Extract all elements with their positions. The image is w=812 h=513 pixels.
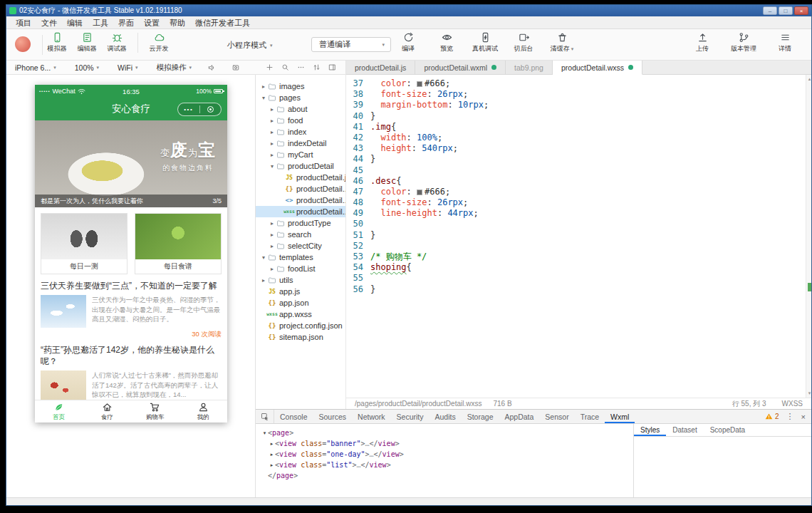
close-icon[interactable]: × <box>801 413 806 421</box>
minimize-button[interactable]: – <box>763 6 777 15</box>
editor-tab[interactable]: tab9.png <box>506 61 553 75</box>
debugger-tab-storage[interactable]: Storage <box>462 410 499 423</box>
wxml-node[interactable]: </page> <box>261 470 628 481</box>
phone-tab-购物车[interactable]: 购物车 <box>131 400 179 423</box>
editor-button[interactable]: 编辑器 <box>73 32 100 53</box>
tree-item[interactable]: JSapp.js <box>256 286 345 297</box>
compile-button[interactable]: 编译 <box>395 32 422 53</box>
debugger-tab-console[interactable]: Console <box>274 410 313 423</box>
more-icon[interactable]: ••• <box>178 106 199 113</box>
remote-debug-button[interactable]: 真机调试 <box>472 32 499 53</box>
tree-item[interactable]: ▸images <box>256 81 345 92</box>
menu-item[interactable]: 微信开发者工具 <box>190 16 255 29</box>
debugger-tab-appdata[interactable]: AppData <box>499 410 539 423</box>
tree-item[interactable]: ▸about <box>256 103 345 115</box>
tree-item[interactable]: ▾pages <box>256 92 345 103</box>
phone-tab-我的[interactable]: 我的 <box>179 400 228 423</box>
expand-arrow-icon[interactable]: ▾ <box>261 428 268 438</box>
version-button[interactable]: 版本管理 <box>730 32 757 53</box>
kebab-menu-icon[interactable]: ⋮ <box>786 412 794 421</box>
miniprogram-capsule[interactable]: ••• <box>177 103 222 116</box>
menu-item[interactable]: 界面 <box>113 16 139 29</box>
side-tab-styles[interactable]: Styles <box>634 424 666 436</box>
chevron-down-icon[interactable]: ▾ <box>269 163 276 170</box>
tree-item[interactable]: wxssproductDetail... <box>256 206 345 217</box>
phone-preview[interactable]: ••••• WeChat 16:35 100% 安心食疗 ••• <box>35 85 227 423</box>
debugger-tab-sources[interactable]: Sources <box>313 410 353 423</box>
tree-item[interactable]: ▸utils <box>256 274 345 286</box>
editor-tab[interactable]: productDetail.wxml <box>415 61 506 75</box>
editor-scrollbar[interactable]: ▴ ▾ <box>806 75 812 398</box>
zoom-select[interactable]: 100% ▾ <box>75 63 99 72</box>
tree-item[interactable]: ▸foodList <box>256 263 345 274</box>
debugger-button[interactable]: 调试器 <box>103 32 130 53</box>
tree-item[interactable]: ▸search <box>256 229 345 240</box>
phone-tab-食疗[interactable]: 食疗 <box>83 400 132 423</box>
warning-badge[interactable]: 2 <box>765 413 779 420</box>
tree-item[interactable]: ▸selectCity <box>256 240 345 252</box>
simulator-button[interactable]: 模拟器 <box>43 32 71 53</box>
debugger-tab-sensor[interactable]: Sensor <box>539 410 574 423</box>
menu-item[interactable]: 编辑 <box>62 16 88 29</box>
menu-item[interactable]: 帮助 <box>165 16 190 29</box>
debugger-tab-trace[interactable]: Trace <box>575 410 605 423</box>
debugger-tab-security[interactable]: Security <box>391 410 430 423</box>
debugger-tab-audits[interactable]: Audits <box>430 410 462 423</box>
wxml-node[interactable]: ▸<view class="banner">…</view> <box>261 438 628 449</box>
more-button[interactable] <box>297 61 305 74</box>
exit-icon[interactable] <box>200 106 222 113</box>
chevron-right-icon[interactable]: ▸ <box>269 129 276 135</box>
compile-mode-select[interactable]: 普通编译 ▾ <box>311 37 391 52</box>
chevron-right-icon[interactable]: ▸ <box>269 266 276 272</box>
daily-test-card[interactable]: 每日一测 <box>41 213 127 274</box>
daily-recipe-card[interactable]: 每日食谱 <box>135 213 222 274</box>
chevron-right-icon[interactable]: ▸ <box>260 83 267 90</box>
tree-item[interactable]: ▾productDetail <box>256 160 345 172</box>
wxml-tree[interactable]: ▾<page>▸<view class="banner">…</view>▸<v… <box>256 424 633 497</box>
chevron-right-icon[interactable]: ▸ <box>269 232 276 238</box>
code-editor[interactable]: 37 color: #666;38 font-size: 26rpx;39 ma… <box>346 75 806 398</box>
network-select[interactable]: WiFi ▾ <box>118 63 138 72</box>
debugger-tab-wxml[interactable]: Wxml <box>605 410 635 423</box>
clear-cache-button[interactable]: 清缓存▾ <box>548 32 576 53</box>
mode-dropdown[interactable]: 小程序模式 ▾ <box>227 40 273 51</box>
editor-tab[interactable]: productDetail.js <box>346 61 415 75</box>
tree-item[interactable]: {}app.json <box>256 297 345 309</box>
preview-button[interactable]: 预览 <box>433 32 460 53</box>
chevron-right-icon[interactable]: ▸ <box>260 277 267 284</box>
upload-button[interactable]: 上传 <box>689 32 716 53</box>
phone-tab-首页[interactable]: 首页 <box>35 400 83 423</box>
tree-item[interactable]: {}productDetail... <box>256 183 345 195</box>
background-button[interactable]: 切后台 <box>510 32 537 53</box>
panel-button[interactable] <box>328 61 336 74</box>
tree-item[interactable]: <>productDetail... <box>256 195 345 206</box>
chevron-right-icon[interactable]: ▸ <box>269 243 276 249</box>
simulate-operation-select[interactable]: 模拟操作 ▾ <box>157 63 192 73</box>
maximize-button[interactable]: □ <box>779 6 793 15</box>
plus-button[interactable] <box>266 61 274 74</box>
wxml-node[interactable]: ▾<page> <box>261 428 628 438</box>
tree-item[interactable]: {}project.config.json <box>256 320 345 331</box>
avatar[interactable] <box>15 36 31 52</box>
chevron-right-icon[interactable]: ▸ <box>269 152 276 158</box>
detail-button[interactable]: 详情 <box>771 32 798 53</box>
menu-item[interactable]: 项目 <box>11 16 36 29</box>
tree-item[interactable]: {}sitemap.json <box>256 331 345 343</box>
swap-button[interactable] <box>313 61 321 74</box>
debugger-tab-network[interactable]: Network <box>352 410 391 423</box>
file-tree[interactable]: ▸images▾pages▸about▸food▸index▸indexDeta… <box>256 75 346 409</box>
chevron-down-icon[interactable]: ▾ <box>260 254 267 261</box>
tree-item[interactable]: ▸productType <box>256 217 345 229</box>
menu-item[interactable]: 工具 <box>88 16 113 29</box>
banner-carousel[interactable]: 变 废 为 宝 的食物边角料 都是第一次为人，凭什么我要让着你 3/5 <box>35 120 227 207</box>
menu-item[interactable]: 设置 <box>139 16 165 29</box>
editor-tab[interactable]: productDetail.wxss <box>553 61 642 75</box>
side-tab-scopedata[interactable]: ScopeData <box>704 424 751 436</box>
chevron-right-icon[interactable]: ▸ <box>269 118 276 124</box>
collapse-arrow-icon[interactable]: ▸ <box>269 438 275 449</box>
scroll-up-icon[interactable]: ▴ <box>806 76 812 82</box>
menu-item[interactable]: 文件 <box>36 16 62 29</box>
tree-item[interactable]: JSproductDetail.js <box>256 172 345 183</box>
chevron-right-icon[interactable]: ▸ <box>269 140 276 147</box>
tree-item[interactable]: ▸food <box>256 115 345 126</box>
